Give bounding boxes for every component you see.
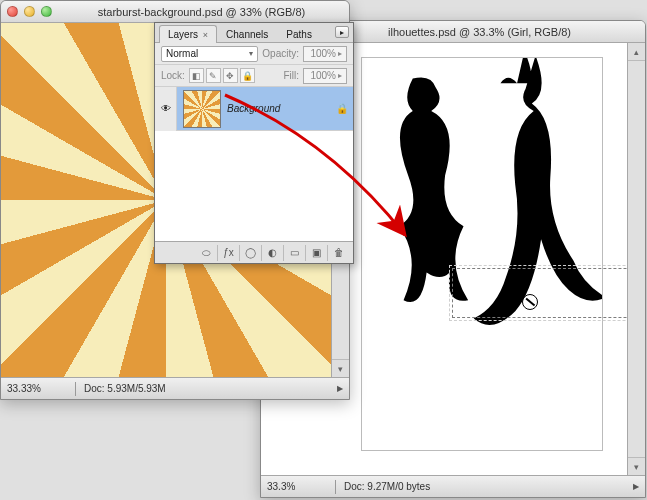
close-icon[interactable]: × (203, 30, 208, 40)
scroll-down-button[interactable]: ▾ (332, 359, 349, 377)
layer-mask-button[interactable]: ◯ (239, 245, 261, 261)
zoom-level[interactable]: 33.33% (7, 383, 67, 394)
opacity-field[interactable]: 100% ▸ (303, 46, 347, 62)
lock-icon: 🔒 (331, 103, 353, 114)
tab-paths[interactable]: Paths (277, 25, 321, 43)
adjustment-layer-button[interactable]: ◐ (261, 245, 283, 261)
traffic-lights (7, 6, 52, 17)
tab-label: Layers (168, 29, 198, 40)
fill-field[interactable]: 100% ▸ (303, 68, 347, 84)
visibility-toggle[interactable]: 👁 (155, 87, 177, 131)
fill-label: Fill: (283, 70, 299, 81)
layer-list[interactable]: 👁 Background 🔒 (155, 87, 353, 241)
lock-pixels-button[interactable]: ✎ (206, 68, 221, 83)
doc-info: Doc: 5.93M/5.93M (84, 383, 327, 394)
eye-icon: 👁 (161, 103, 171, 114)
close-button[interactable] (7, 6, 18, 17)
vertical-scrollbar[interactable]: ▴ ▾ (627, 43, 645, 475)
drop-target-marquee (452, 268, 646, 318)
window-title: ilhouettes.psd @ 33.3% (Girl, RGB/8) (320, 26, 639, 38)
fill-value: 100% (310, 70, 336, 81)
tab-label: Channels (226, 29, 268, 40)
window-title: starburst-background.psd @ 33% (RGB/8) (60, 6, 343, 18)
tab-label: Paths (286, 29, 312, 40)
divider (335, 480, 336, 494)
layers-panel[interactable]: Layers × Channels Paths ▸ Normal ▾ Opaci… (154, 22, 354, 264)
layer-row-background[interactable]: 👁 Background 🔒 (155, 87, 353, 131)
opacity-value: 100% (310, 48, 336, 59)
chevron-right-icon: ▸ (338, 71, 342, 80)
artboard[interactable] (361, 57, 603, 451)
zoom-level[interactable]: 33.3% (267, 481, 327, 492)
silhouette-art (362, 58, 602, 450)
minimize-button[interactable] (24, 6, 35, 17)
doc-info: Doc: 9.27M/0 bytes (344, 481, 623, 492)
status-bar: 33.33% Doc: 5.93M/5.93M ▶ (1, 377, 349, 399)
blend-mode-select[interactable]: Normal ▾ (161, 46, 258, 62)
panel-tabs: Layers × Channels Paths ▸ (155, 23, 353, 43)
scroll-down-button[interactable]: ▾ (628, 457, 645, 475)
new-layer-button[interactable]: ▣ (305, 245, 327, 261)
panel-footer: ⬭ ƒx ◯ ◐ ▭ ▣ 🗑 (155, 241, 353, 263)
status-bar: 33.3% Doc: 9.27M/0 bytes ▶ (261, 475, 645, 497)
doc-info-menu-icon[interactable]: ▶ (337, 384, 343, 393)
zoom-button[interactable] (41, 6, 52, 17)
lock-transparency-button[interactable]: ◧ (189, 68, 204, 83)
divider (75, 382, 76, 396)
lock-fill-row: Lock: ◧ ✎ ✥ 🔒 Fill: 100% ▸ (155, 65, 353, 87)
layer-thumbnail[interactable] (183, 90, 221, 128)
lock-label: Lock: (161, 70, 185, 81)
group-button[interactable]: ▭ (283, 245, 305, 261)
delete-layer-button[interactable]: 🗑 (327, 245, 349, 261)
blend-mode-value: Normal (166, 48, 198, 59)
lock-all-button[interactable]: 🔒 (240, 68, 255, 83)
chevron-down-icon: ▾ (249, 49, 253, 58)
tab-channels[interactable]: Channels (217, 25, 277, 43)
doc-info-menu-icon[interactable]: ▶ (633, 482, 639, 491)
layer-name[interactable]: Background (227, 103, 331, 114)
window-titlebar[interactable]: starburst-background.psd @ 33% (RGB/8) (1, 1, 349, 23)
opacity-label: Opacity: (262, 48, 299, 59)
tab-layers[interactable]: Layers × (159, 25, 217, 43)
lock-position-button[interactable]: ✥ (223, 68, 238, 83)
chevron-right-icon: ▸ (338, 49, 342, 58)
panel-menu-button[interactable]: ▸ (335, 26, 349, 38)
lock-buttons: ◧ ✎ ✥ 🔒 (189, 68, 255, 83)
scroll-up-button[interactable]: ▴ (628, 43, 645, 61)
layer-style-button[interactable]: ƒx (217, 245, 239, 261)
link-layers-button[interactable]: ⬭ (195, 245, 217, 261)
no-drop-cursor-icon (522, 294, 538, 310)
blend-opacity-row: Normal ▾ Opacity: 100% ▸ (155, 43, 353, 65)
